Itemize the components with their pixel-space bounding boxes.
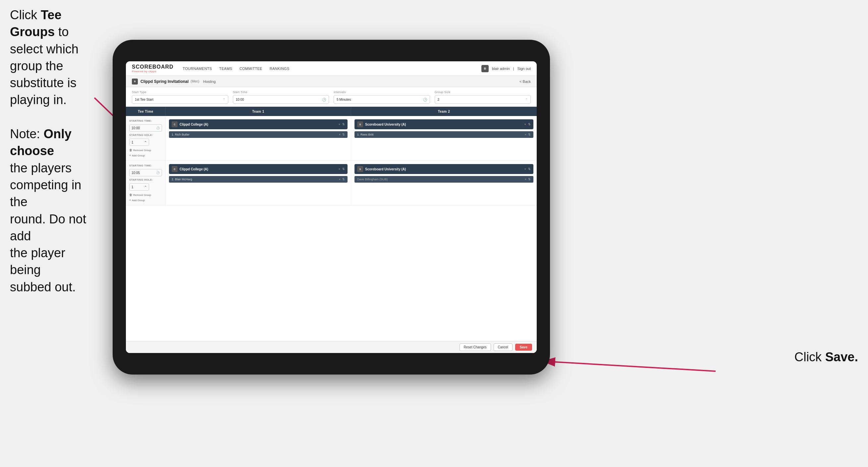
intervals-select[interactable]: 5 Minutes 🕐 [334, 95, 430, 104]
add-icon-1: + [129, 154, 131, 157]
tablet-device: SCOREBOARD Powered by clippd TOURNAMENTS… [113, 40, 550, 375]
group-2-team2-card[interactable]: S Scoreboard University (A) × ⇅ [354, 164, 533, 174]
group-1-team1-col: C Clippd College (A) × ⇅ 1. Rich Butler [166, 116, 351, 160]
cancel-button[interactable]: Cancel [494, 343, 513, 351]
group-size-label: Group Size [435, 90, 531, 94]
group-1-time-col: STARTING TIME: 10:00 🕐 STARTING HOLE: 1 … [126, 116, 166, 160]
group-size-select[interactable]: 2 ⌃ [435, 95, 531, 104]
tee-table-header: Tee Time Team 1 Team 2 [126, 107, 537, 116]
start-type-select[interactable]: 1st Tee Start ⌃ [132, 95, 228, 104]
nav-committee[interactable]: COMMITTEE [240, 65, 262, 72]
remove-icon-1: 🗑 [129, 148, 132, 152]
player-name-2-1: 2. Blair McHarg [172, 178, 192, 181]
team2-avatar-1: S [357, 121, 363, 127]
start-type-value: 1st Tee Start [135, 98, 153, 101]
config-start-time: Start Time 10:00 🕐 [233, 90, 329, 104]
starting-time-input-2[interactable]: 10:05 🕐 [129, 169, 162, 176]
player-name-1-2: 1. Rees Britt [357, 133, 374, 136]
add-group-button-2[interactable]: + Add Group [129, 199, 162, 202]
team1-remove-1[interactable]: × [339, 123, 340, 126]
team2-avatar-2: S [357, 166, 363, 172]
logo-sub: Powered by clippd [132, 70, 174, 73]
logo-text: SCOREBOARD [132, 64, 174, 70]
admin-name: blair admin [492, 67, 510, 70]
group-row-2: STARTING TIME: 10:05 🕐 STARTING HOLE: 1 … [126, 161, 537, 205]
nav-divider: | [513, 67, 514, 70]
team1-arrows-2: ⇅ [342, 167, 345, 171]
team1-name-1: Clippd College (A) [180, 123, 208, 126]
tournament-title: Clippd Spring Invitational [141, 79, 188, 84]
sign-out-link[interactable]: Sign out [518, 67, 531, 70]
player-name-2-2: Dave Billingham (SUB) [357, 178, 388, 181]
starting-hole-label-1: STARTING HOLE: [129, 134, 162, 137]
group-1-team2-col: S Scoreboard University (A) × ⇅ 1. Rees … [351, 116, 537, 160]
add-icon-2: + [129, 199, 131, 202]
group-2-team1-col: C Clippd College (A) × ⇅ 2. Blair McHarg [166, 161, 351, 205]
nav-teams[interactable]: TEAMS [219, 65, 232, 72]
save-button[interactable]: Save [515, 344, 532, 351]
remove-group-button-2[interactable]: 🗑 Remove Group [129, 193, 162, 197]
clock-icon: 🕐 [322, 98, 326, 101]
back-button[interactable]: < Back [520, 80, 531, 84]
player-remove-2-1[interactable]: × [339, 178, 341, 181]
reset-changes-button[interactable]: Reset Changes [460, 343, 491, 351]
player-remove-1-1[interactable]: × [339, 133, 341, 136]
team2-name-2: Scoreboard University (A) [365, 167, 406, 171]
time-clock-icon-2: 🕐 [156, 171, 160, 174]
team2-arrows-1: ⇅ [528, 123, 531, 126]
start-time-select[interactable]: 10:00 🕐 [233, 95, 329, 104]
group-1-team2-card[interactable]: S Scoreboard University (A) × ⇅ [354, 119, 533, 129]
start-time-value: 10:00 [236, 98, 244, 101]
nav-tournaments[interactable]: TOURNAMENTS [183, 65, 212, 72]
app-logo: SCOREBOARD Powered by clippd [132, 64, 174, 73]
team2-remove-1[interactable]: × [524, 123, 526, 126]
group-2-player2[interactable]: Dave Billingham (SUB) × ⇅ [354, 176, 533, 183]
add-group-button-1[interactable]: + Add Group [129, 154, 162, 157]
col-header-tee: Tee Time [126, 107, 166, 116]
groups-scroll[interactable]: STARTING TIME: 10:00 🕐 STARTING HOLE: 1 … [126, 116, 537, 341]
content-area: Start Type 1st Tee Start ⌃ Start Time 10… [126, 87, 537, 353]
navbar: SCOREBOARD Powered by clippd TOURNAMENTS… [126, 61, 537, 76]
sub-header-logo: B [132, 79, 138, 85]
team1-avatar-2: C [172, 166, 178, 172]
player-arrows-1-1: ⇅ [342, 133, 345, 136]
team2-arrows-2: ⇅ [528, 167, 531, 171]
player-arrows-2-2: ⇅ [528, 178, 531, 181]
config-start-type: Start Type 1st Tee Start ⌃ [132, 90, 228, 104]
hosting-label: Hosting [203, 80, 215, 84]
tablet-screen: SCOREBOARD Powered by clippd TOURNAMENTS… [126, 61, 537, 353]
tournament-gender: (Men) [190, 80, 199, 83]
group-2-team1-card[interactable]: C Clippd College (A) × ⇅ [169, 164, 347, 174]
instruction-top-left: Click Tee Groups to select which group t… [0, 0, 106, 302]
hole-chevron-2: ⌃ [144, 185, 147, 189]
group-size-chevron: ⌃ [525, 98, 528, 101]
instruction-bottom-right: Click Save. [795, 350, 858, 364]
group-1-player1[interactable]: 1. Rich Butler × ⇅ [169, 131, 347, 138]
team2-remove-2[interactable]: × [524, 167, 526, 171]
svg-line-3 [543, 361, 716, 371]
starting-hole-input-1[interactable]: 1 ⌃ [129, 139, 149, 146]
nav-rankings[interactable]: RANKINGS [270, 65, 289, 72]
group-2-team2-col: S Scoreboard University (A) × ⇅ Dave Bil… [351, 161, 537, 205]
group-1-player2[interactable]: 1. Rees Britt × ⇅ [354, 131, 533, 138]
starting-time-input-1[interactable]: 10:00 🕐 [129, 124, 162, 132]
remove-icon-2: 🗑 [129, 193, 132, 197]
group-1-team1-card[interactable]: C Clippd College (A) × ⇅ [169, 119, 347, 129]
time-clock-icon-1: 🕐 [156, 126, 160, 129]
hole-chevron-1: ⌃ [144, 141, 147, 144]
player-remove-1-2[interactable]: × [525, 133, 526, 136]
team1-remove-2[interactable]: × [339, 167, 340, 171]
nav-links: TOURNAMENTS TEAMS COMMITTEE RANKINGS [183, 65, 482, 72]
group-size-value: 2 [438, 98, 440, 101]
col-header-team1: Team 1 [166, 107, 351, 116]
starting-hole-input-2[interactable]: 1 ⌃ [129, 183, 149, 191]
starting-time-label-2: STARTING TIME: [129, 164, 162, 167]
remove-group-button-1[interactable]: 🗑 Remove Group [129, 148, 162, 152]
group-2-player1[interactable]: 2. Blair McHarg × ⇅ [169, 176, 347, 183]
admin-avatar: B [482, 65, 489, 72]
clock-icon-2: 🕐 [423, 98, 427, 101]
group-2-time-col: STARTING TIME: 10:05 🕐 STARTING HOLE: 1 … [126, 161, 166, 205]
sub-header: B Clippd Spring Invitational (Men) Hosti… [126, 76, 537, 87]
player-remove-2-2[interactable]: × [525, 178, 526, 181]
team1-avatar-1: C [172, 121, 178, 127]
